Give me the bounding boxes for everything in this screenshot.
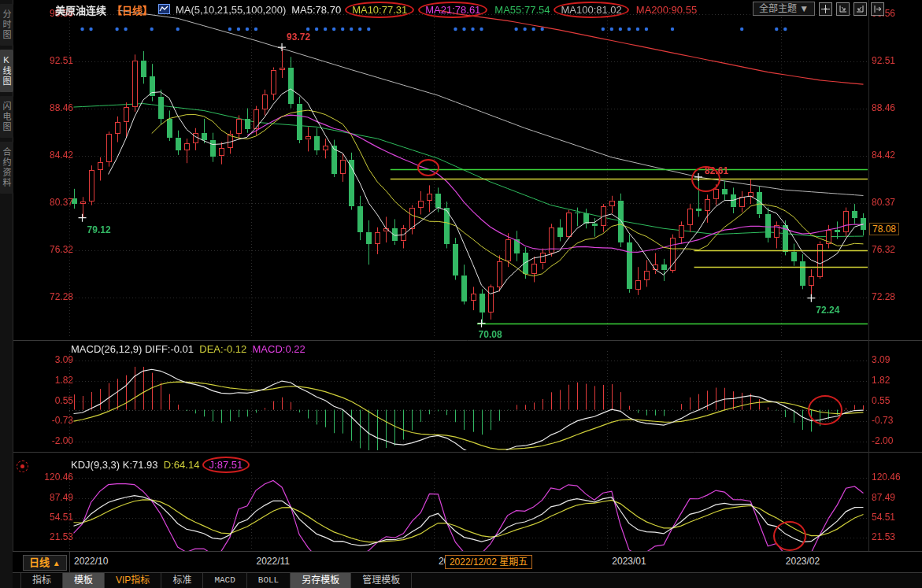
bottom-toolbar: 指标模板VIP指标标准MACDBOLL另存模板管理模板 (13, 572, 922, 588)
markup-circle-ma21-cross (417, 159, 439, 176)
pan-cross-icon[interactable] (819, 2, 832, 16)
markup-circle-macd-cross (808, 395, 842, 425)
month-label: 2023/02 (786, 556, 820, 567)
markup-circle-kdj-cross (773, 521, 806, 551)
chart-header: 美原油连续 【日线】 MA(5,10,21,55,100,200) MA5:78… (55, 2, 704, 17)
period-tag: 【日线】 (112, 2, 153, 17)
ma-value-5: MA200:90.55 (636, 4, 697, 16)
ma-value-4: MA100:81.02 (554, 2, 628, 18)
scale-left-axis-icon[interactable] (836, 2, 850, 16)
sidebar-tab-3[interactable]: 合约资料 (0, 142, 13, 194)
top-right-controls: 全部主题 ▼ (753, 2, 884, 16)
macd-settings-label: MACD(26,12,9) (71, 343, 142, 355)
sidebar-tab-1[interactable]: K线图 (0, 50, 13, 92)
kdj-k-value: K:71.93 (123, 459, 158, 471)
ma-value-0: MA5:78.70 (291, 4, 341, 16)
ma-values: MA5:78.70MA10:77.31MA21:78.61MA55:77.54M… (291, 4, 704, 16)
indicator-chart-icon (158, 4, 170, 17)
shift-right-icon[interactable] (871, 2, 884, 16)
ma-settings-label: MA(5,10,21,55,100,200) (176, 4, 286, 16)
toolbar-tab-4[interactable]: MACD (203, 573, 246, 588)
toolbar-tab-7[interactable]: 管理模板 (351, 573, 412, 588)
theme-dropdown-button[interactable]: 全部主题 ▼ (753, 2, 815, 16)
ma-value-1: MA10:77.31 (345, 2, 414, 18)
month-label: 2022/11 (256, 556, 290, 567)
toolbar-tab-5[interactable]: BOLL (247, 573, 291, 588)
crosshair-date-tooltip: 2022/12/02 星期五 (445, 555, 532, 569)
period-button-wrap: 日线 ▲ (13, 552, 70, 573)
toolbar-tab-6[interactable]: 另存模板 (291, 573, 351, 588)
last-price-tag: 78.08 (869, 223, 899, 235)
macd-diff-value: DIFF:-0.01 (145, 343, 194, 355)
ma-value-2: MA21:78.61 (418, 2, 487, 18)
date-axis-row: 日线 ▲ 2022/102022/112022/122023/012023/02… (13, 551, 922, 573)
macd-panel-header: MACD(26,12,9) DIFF:-0.01 DEA:-0.12 MACD:… (71, 343, 305, 355)
macd-hist-value: MACD:0.22 (253, 343, 305, 355)
kdj-settings-label: KDJ(9,3,3) (71, 459, 120, 471)
month-label: 2023/01 (612, 556, 646, 567)
scale-right-axis-icon[interactable] (853, 2, 867, 16)
kdj-panel-header: KDJ(9,3,3) K:71.93 D:64.14 J:87.51 (71, 459, 246, 471)
toolbar-tab-0[interactable]: 指标 (20, 573, 63, 588)
month-label: 2022/10 (74, 556, 108, 567)
sidebar-tab-0[interactable]: 分时图 (0, 4, 13, 46)
left-sidebar: 分时图K线图闪电图合约资料 (0, 0, 13, 588)
symbol-title: 美原油连续 (55, 2, 106, 17)
period-selector-button[interactable]: 日线 ▲ (23, 555, 67, 571)
kdj-d-value: D:64.14 (164, 459, 200, 471)
kdj-alert-icon[interactable] (17, 460, 28, 472)
toolbar-tab-1[interactable]: 模板 (63, 573, 105, 588)
sidebar-tab-2[interactable]: 闪电图 (0, 96, 13, 138)
ma-value-3: MA55:77.54 (494, 4, 550, 16)
toolbar-tab-2[interactable]: VIP指标 (105, 573, 161, 588)
kdj-j-value: J:87.51 (202, 457, 250, 473)
macd-dea-value: DEA:-0.12 (199, 343, 246, 355)
trading-app-window: 分时图K线图闪电图合约资料 美原油连续 【日线】 MA(5,10,21,55,1… (0, 0, 922, 588)
toolbar-tab-3[interactable]: 标准 (161, 573, 203, 588)
markup-circle-8261-high (691, 166, 720, 192)
